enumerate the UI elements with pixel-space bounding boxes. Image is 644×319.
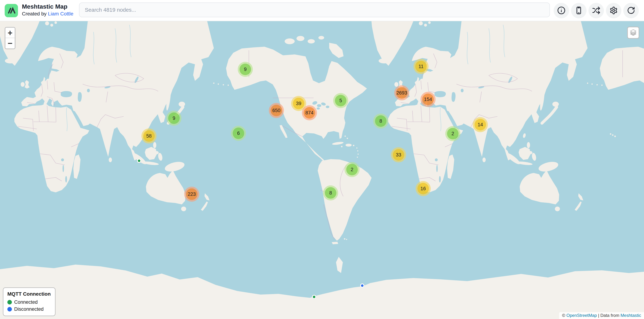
cluster-count: 39	[293, 98, 304, 109]
cluster-marker[interactable]: 33	[391, 147, 406, 162]
meshtastic-logo-icon[interactable]	[5, 4, 18, 17]
attribution-prefix: ©	[562, 313, 566, 318]
cluster-marker[interactable]: 9	[238, 62, 253, 77]
cluster-marker[interactable]: 2693	[394, 85, 409, 100]
cluster-marker[interactable]: 2	[344, 162, 360, 177]
cluster-marker[interactable]: 2	[445, 126, 460, 141]
cluster-marker[interactable]: 8	[373, 113, 388, 129]
cluster-count: 14	[474, 119, 486, 130]
smartphone-icon	[575, 6, 583, 15]
legend-row: Disconnected	[7, 307, 51, 312]
cluster-count: 154	[422, 94, 434, 105]
cluster-marker[interactable]: 650	[269, 103, 284, 118]
cluster-count: 5	[335, 95, 346, 106]
cluster-count: 8	[325, 187, 336, 199]
random-node-button[interactable]	[588, 3, 604, 18]
shuffle-icon	[592, 6, 600, 15]
map-tiles	[0, 21, 644, 319]
cluster-count: 650	[270, 105, 282, 116]
search-input[interactable]	[79, 2, 550, 17]
cluster-count: 9	[168, 112, 180, 124]
attribution-separator: | Data from	[597, 313, 621, 318]
legend-dot-icon	[7, 307, 12, 312]
gear-icon	[610, 6, 618, 15]
author-link[interactable]: Liam Cottle	[48, 11, 74, 16]
world-map[interactable]: + − 911269315439650874589586214332162238…	[0, 21, 644, 319]
zoom-in-button[interactable]: +	[6, 28, 15, 38]
zoom-control: + −	[5, 27, 16, 49]
zoom-out-button[interactable]: −	[6, 38, 15, 48]
cluster-marker[interactable]: 5	[333, 93, 348, 108]
openstreetmap-link[interactable]: OpenStreetMap	[566, 313, 597, 318]
mqtt-legend: MQTT Connection ConnectedDisconnected	[3, 287, 56, 316]
brand-block: Meshtastic Map Created by Liam Cottle	[22, 3, 73, 17]
cluster-marker[interactable]: 11	[414, 59, 428, 74]
cluster-marker[interactable]: 8	[323, 185, 338, 200]
cluster-count: 8	[375, 115, 386, 127]
refresh-icon	[627, 6, 635, 15]
cluster-count: 6	[233, 128, 244, 139]
cluster-marker[interactable]: 154	[420, 92, 436, 107]
cluster-count: 33	[393, 149, 404, 161]
map-attribution: © OpenStreetMap | Data from Meshtastic	[559, 312, 644, 319]
cluster-count: 9	[240, 64, 251, 75]
cluster-count: 58	[143, 130, 155, 142]
info-button[interactable]	[554, 3, 569, 18]
cluster-count: 2	[447, 128, 458, 139]
node-dot-disconnected[interactable]	[360, 284, 364, 288]
layers-icon	[629, 28, 637, 37]
node-dot-connected[interactable]	[312, 295, 316, 299]
cluster-count: 16	[418, 183, 429, 194]
cluster-count: 223	[186, 188, 198, 200]
cluster-marker[interactable]: 874	[302, 105, 317, 120]
cluster-count: 11	[415, 61, 427, 72]
cluster-marker[interactable]: 223	[184, 187, 199, 202]
cluster-marker[interactable]: 9	[166, 111, 182, 126]
cluster-count: 2	[346, 164, 358, 175]
app-header: Meshtastic Map Created by Liam Cottle	[0, 0, 644, 21]
cluster-count: 2693	[396, 87, 408, 99]
page-title: Meshtastic Map	[22, 3, 73, 10]
layers-control[interactable]	[627, 26, 639, 39]
settings-button[interactable]	[606, 3, 621, 18]
cluster-marker[interactable]: 58	[142, 128, 156, 144]
mobile-app-button[interactable]	[571, 3, 586, 18]
legend-label: Disconnected	[14, 307, 44, 312]
page-subtitle: Created by Liam Cottle	[22, 11, 73, 17]
subtitle-prefix: Created by	[22, 11, 48, 16]
legend-title: MQTT Connection	[7, 291, 51, 297]
cluster-marker[interactable]: 16	[416, 181, 431, 196]
refresh-button[interactable]	[623, 3, 639, 18]
info-icon	[557, 6, 566, 15]
legend-row: Connected	[7, 300, 51, 305]
cluster-marker[interactable]: 6	[231, 126, 246, 141]
meshtastic-link[interactable]: Meshtastic	[620, 313, 641, 318]
legend-label: Connected	[14, 300, 38, 305]
node-dot-connected[interactable]	[137, 159, 141, 163]
cluster-marker[interactable]: 14	[473, 117, 488, 132]
legend-dot-icon	[7, 300, 12, 305]
cluster-count: 874	[304, 107, 315, 119]
